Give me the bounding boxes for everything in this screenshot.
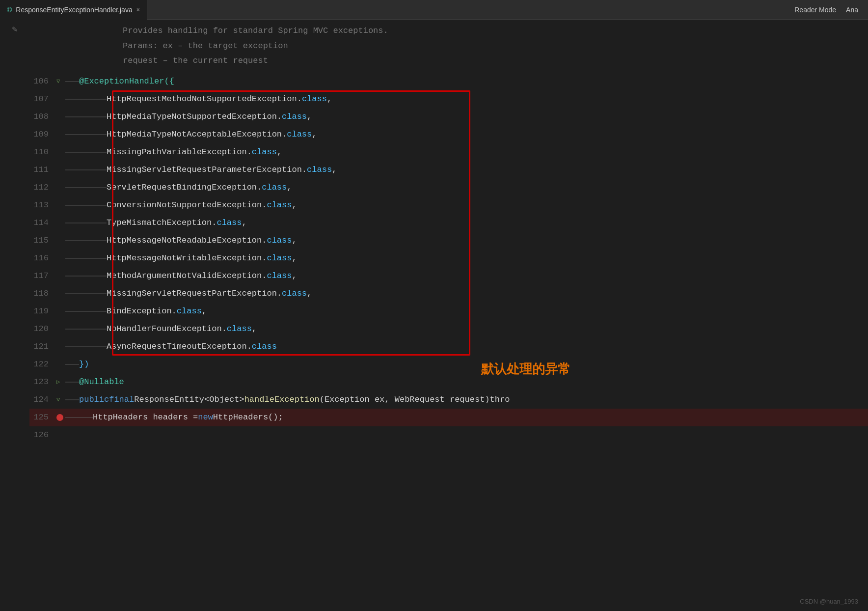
- table-row: 108 HttpMediaTypeNotSupportedException.c…: [29, 108, 868, 126]
- left-gutter: ✎: [0, 20, 29, 611]
- table-row: 110 MissingPathVariableException.class,: [29, 143, 868, 161]
- line-content: HttpMessageNotWritableException.class,: [56, 253, 868, 263]
- table-row: 116 HttpMessageNotWritableException.clas…: [29, 250, 868, 267]
- fold-marker: [56, 255, 65, 262]
- table-row: 112 ServletRequestBindingException.class…: [29, 179, 868, 196]
- annotation-text: @Nullable: [79, 377, 124, 387]
- close-tab-button[interactable]: ×: [136, 6, 140, 13]
- line-content: BindException.class,: [56, 306, 868, 316]
- line-content: ConversionNotSupportedException.class,: [56, 200, 868, 210]
- line-number: 119: [29, 306, 56, 316]
- editor-area: ✎ Provides handling for standard Spring …: [0, 20, 868, 611]
- code-text: HttpMediaTypeNotAcceptableException.clas…: [107, 130, 317, 139]
- code-text: ConversionNotSupportedException.class,: [107, 200, 297, 210]
- code-text: HttpMediaTypeNotSupportedException.class…: [107, 112, 312, 121]
- line-number: 126: [29, 430, 56, 440]
- code-text: HttpHeaders headers =: [93, 413, 198, 422]
- reader-mode-label[interactable]: Reader Mode: [794, 6, 836, 14]
- code-text: AsyncRequestTimeoutException.class: [107, 342, 277, 351]
- fold-marker: [56, 202, 65, 209]
- line-content: TypeMismatchException.class,: [56, 218, 868, 227]
- fold-marker: [56, 237, 65, 244]
- code-text: MissingServletRequestPartException.class…: [107, 289, 312, 298]
- table-row: 125 HttpHeaders headers = new HttpHeader…: [29, 409, 868, 426]
- table-row: 111 MissingServletRequestParameterExcept…: [29, 161, 868, 179]
- line-content: MissingServletRequestPartException.class…: [56, 289, 868, 298]
- line-number: 108: [29, 112, 56, 121]
- table-row: 109 HttpMediaTypeNotAcceptableException.…: [29, 126, 868, 143]
- code-text: ServletRequestBindingException.class,: [107, 183, 292, 192]
- ana-label: Ana: [846, 6, 858, 14]
- active-tab[interactable]: © ResponseEntityExceptionHandler.java ×: [0, 0, 147, 20]
- line-number: 122: [29, 360, 56, 369]
- line-number: 114: [29, 218, 56, 227]
- edit-icon[interactable]: ✎: [12, 24, 18, 34]
- table-row: 106 ▽ @ExceptionHandler({: [29, 73, 868, 90]
- code-text: public: [79, 395, 109, 404]
- fold-marker: [56, 308, 65, 315]
- table-row: 120 NoHandlerFoundException.class,: [29, 320, 868, 338]
- table-row: 113 ConversionNotSupportedException.clas…: [29, 196, 868, 214]
- fold-marker: [56, 167, 65, 173]
- annotation-text: @ExceptionHandler({: [79, 77, 174, 86]
- top-right-controls: Reader Mode Ana: [794, 0, 868, 20]
- tab-bar: © ResponseEntityExceptionHandler.java × …: [0, 0, 868, 20]
- code-text: TypeMismatchException.class,: [107, 218, 247, 227]
- fold-marker: [56, 361, 65, 368]
- table-row: 107 HttpRequestMethodNotSupportedExcepti…: [29, 90, 868, 108]
- line-number: 110: [29, 147, 56, 157]
- table-row: 123 ▷ @Nullable: [29, 373, 868, 391]
- line-number: 125: [29, 413, 56, 422]
- fold-marker: [56, 149, 65, 156]
- breakpoint-indicator: [56, 414, 63, 421]
- fold-marker[interactable]: ▽: [56, 78, 65, 85]
- code-lines: 106 ▽ @ExceptionHandler({ 107: [29, 73, 868, 444]
- line-number: 107: [29, 94, 56, 104]
- line-content: }): [56, 360, 868, 369]
- fold-marker: [56, 326, 65, 333]
- line-content: HttpRequestMethodNotSupportedException.c…: [56, 94, 868, 104]
- line-content: HttpHeaders headers = new HttpHeaders();: [56, 413, 868, 422]
- code-text: HttpMessageNotWritableException.class,: [107, 253, 297, 263]
- line-content: HttpMediaTypeNotSupportedException.class…: [56, 112, 868, 121]
- line-number: 109: [29, 130, 56, 139]
- code-text: }): [79, 360, 89, 369]
- line-number: 112: [29, 183, 56, 192]
- line-number: 113: [29, 200, 56, 210]
- doc-line-1: Provides handling for standard Spring MV…: [123, 24, 868, 39]
- fold-marker: [56, 184, 65, 191]
- fold-marker: [56, 131, 65, 138]
- line-number: 111: [29, 165, 56, 174]
- fold-marker: [56, 273, 65, 279]
- table-row: 115 HttpMessageNotReadableException.clas…: [29, 232, 868, 250]
- chinese-annotation: 默认处理的异常: [481, 361, 570, 378]
- line-content: AsyncRequestTimeoutException.class: [56, 342, 868, 351]
- line-number: 120: [29, 324, 56, 333]
- table-row: 122 }): [29, 356, 868, 373]
- code-text: MethodArgumentNotValidException.class,: [107, 271, 297, 280]
- table-row: 121 AsyncRequestTimeoutException.class: [29, 338, 868, 356]
- line-content: HttpMediaTypeNotAcceptableException.clas…: [56, 130, 868, 139]
- line-number: 116: [29, 253, 56, 263]
- line-content: ▷ @Nullable: [56, 377, 868, 387]
- table-row: 118 MissingServletRequestPartException.c…: [29, 285, 868, 303]
- table-row: 126: [29, 426, 868, 444]
- line-content: NoHandlerFoundException.class,: [56, 324, 868, 333]
- line-number: 115: [29, 236, 56, 245]
- line-content: MissingServletRequestParameterException.…: [56, 165, 868, 174]
- watermark: CSDN @huan_1993: [800, 598, 858, 605]
- line-content: HttpMessageNotReadableException.class,: [56, 236, 868, 245]
- table-row: 114 TypeMismatchException.class,: [29, 214, 868, 232]
- fold-marker: [56, 290, 65, 297]
- table-row: 119 BindException.class,: [29, 303, 868, 320]
- line-number: 117: [29, 271, 56, 280]
- line-number: 121: [29, 342, 56, 351]
- line-content: ▽ @ExceptionHandler({: [56, 77, 868, 86]
- code-text: MissingServletRequestParameterException.…: [107, 165, 337, 174]
- line-content: ServletRequestBindingException.class,: [56, 183, 868, 192]
- table-row: 117 MethodArgumentNotValidException.clas…: [29, 267, 868, 285]
- line-content: MissingPathVariableException.class,: [56, 147, 868, 157]
- fold-marker[interactable]: ▽: [56, 396, 65, 403]
- line-number: 124: [29, 395, 56, 404]
- fold-marker: [56, 343, 65, 350]
